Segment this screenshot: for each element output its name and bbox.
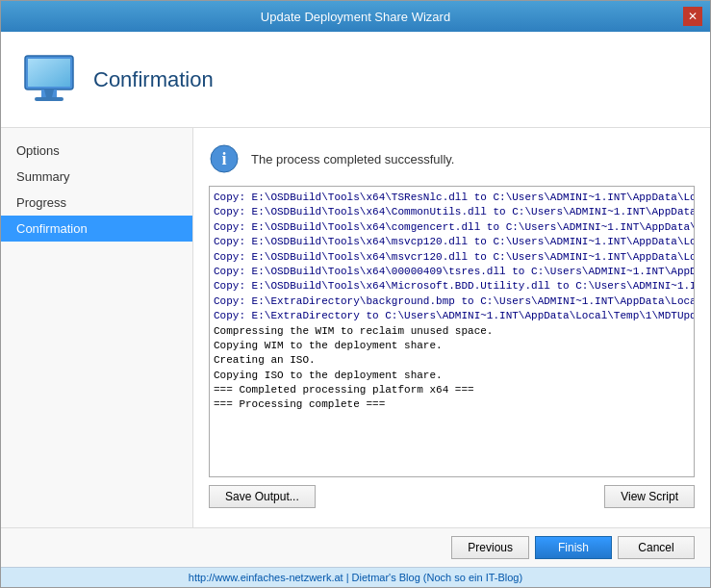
right-panel: i The process completed successfully. Co… xyxy=(193,128,710,527)
finish-button[interactable]: Finish xyxy=(535,536,612,559)
svg-text:i: i xyxy=(221,149,226,168)
sidebar-item-summary[interactable]: Summary xyxy=(1,164,192,190)
log-line: === Completed processing platform x64 ==… xyxy=(214,383,690,397)
page-title: Confirmation xyxy=(93,67,214,92)
svg-rect-2 xyxy=(28,59,70,87)
main-layout: Confirmation Options Summary Progress Co… xyxy=(1,32,710,567)
log-line: Copying ISO to the deployment share. xyxy=(214,369,690,383)
log-line: Copy: E:\ExtraDirectory\background.bmp t… xyxy=(214,294,690,309)
log-actions: Save Output... View Script xyxy=(209,485,695,508)
sidebar-item-confirmation[interactable]: Confirmation xyxy=(1,216,192,242)
log-line: Copy: E:\OSDBuild\Tools\x64\CommonUtils.… xyxy=(214,205,690,219)
title-bar: Update Deployment Share Wizard ✕ xyxy=(1,1,710,32)
sidebar-item-options[interactable]: Options xyxy=(1,138,192,164)
sidebar: Options Summary Progress Confirmation xyxy=(1,128,193,527)
footer-bar: Previous Finish Cancel xyxy=(1,527,710,567)
log-line: === Processing complete === xyxy=(214,397,690,412)
bottom-bar: http://www.einfaches-netzwerk.at | Dietm… xyxy=(1,567,710,587)
bottom-bar-text: http://www.einfaches-netzwerk.at | Dietm… xyxy=(189,572,522,583)
log-line: Copy: E:\OSDBuild\Tools\x64\00000409\tsr… xyxy=(214,265,690,279)
info-icon: i xyxy=(209,143,240,174)
body-with-sidebar: Options Summary Progress Confirmation i … xyxy=(1,128,710,527)
log-line: Copy: E:\OSDBuild\Tools\x64\comgencert.d… xyxy=(214,220,690,235)
log-line: Copy: E:\OSDBuild\Tools\x64\msvcp120.dll… xyxy=(214,235,690,249)
sidebar-item-progress[interactable]: Progress xyxy=(1,190,192,216)
log-line: Creating an ISO. xyxy=(214,353,690,368)
close-button[interactable]: ✕ xyxy=(683,7,702,26)
previous-button[interactable]: Previous xyxy=(451,536,529,559)
log-line: Copy: E:\OSDBuild\Tools\x64\Microsoft.BD… xyxy=(214,279,690,294)
log-output[interactable]: Copy: E:\OSDBuild\Tools\x64\TSResNlc.dll… xyxy=(209,186,695,477)
log-line: Copy: E:\ExtraDirectory to C:\Users\ADMI… xyxy=(214,309,690,323)
view-script-button[interactable]: View Script xyxy=(604,485,695,508)
log-line: Copying WIM to the deployment share. xyxy=(214,339,690,353)
window-title: Update Deployment Share Wizard xyxy=(28,10,683,24)
log-line: Copy: E:\OSDBuild\Tools\x64\msvcr120.dll… xyxy=(214,250,690,265)
computer-icon xyxy=(20,51,78,109)
wizard-window: Update Deployment Share Wizard ✕ xyxy=(0,0,711,588)
save-output-button[interactable]: Save Output... xyxy=(209,485,316,508)
log-line: Compressing the WIM to reclaim unused sp… xyxy=(214,324,690,339)
header-section: Confirmation xyxy=(1,32,710,128)
log-line: Copy: E:\OSDBuild\Tools\x64\TSResNlc.dll… xyxy=(214,191,690,205)
cancel-button[interactable]: Cancel xyxy=(618,536,695,559)
success-message: The process completed successfully. xyxy=(251,152,454,166)
svg-rect-4 xyxy=(35,97,63,101)
success-banner: i The process completed successfully. xyxy=(209,143,695,174)
